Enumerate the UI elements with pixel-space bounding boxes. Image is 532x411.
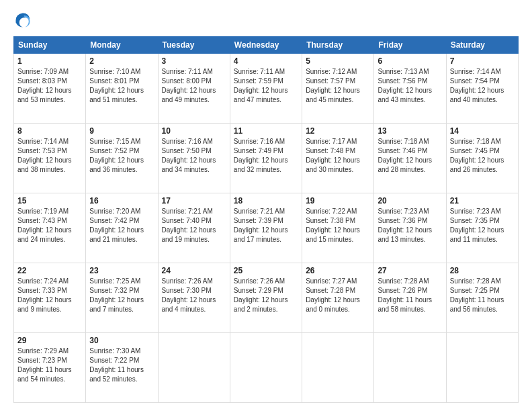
calendar-cell: 14 Sunrise: 7:18 AMSunset: 7:45 PMDaylig…: [446, 124, 518, 193]
calendar-cell: 18 Sunrise: 7:21 AMSunset: 7:39 PMDaylig…: [230, 193, 302, 263]
day-info: Sunrise: 7:22 AMSunset: 7:38 PMDaylight:…: [306, 208, 360, 243]
day-number: 15: [17, 196, 82, 205]
day-number: 26: [306, 266, 370, 275]
calendar-cell: 24 Sunrise: 7:26 AMSunset: 7:30 PMDaylig…: [158, 263, 230, 333]
calendar-cell: [230, 333, 302, 403]
day-info: Sunrise: 7:25 AMSunset: 7:32 PMDaylight:…: [89, 277, 144, 313]
day-info: Sunrise: 7:09 AMSunset: 8:03 PMDaylight:…: [17, 68, 72, 103]
calendar-cell: 21 Sunrise: 7:23 AMSunset: 7:35 PMDaylig…: [446, 193, 518, 263]
day-info: Sunrise: 7:16 AMSunset: 7:50 PMDaylight:…: [162, 138, 216, 173]
day-number: 11: [234, 126, 298, 136]
calendar-cell: 15 Sunrise: 7:19 AMSunset: 7:43 PMDaylig…: [14, 193, 86, 263]
calendar-cell: 22 Sunrise: 7:24 AMSunset: 7:33 PMDaylig…: [14, 263, 86, 333]
weekday-friday: Friday: [374, 37, 446, 54]
calendar-cell: 2 Sunrise: 7:10 AMSunset: 8:01 PMDayligh…: [86, 54, 158, 124]
calendar-table: SundayMondayTuesdayWednesdayThursdayFrid…: [13, 36, 519, 403]
calendar-cell: [302, 333, 374, 403]
calendar-cell: [158, 333, 230, 403]
day-number: 30: [89, 336, 154, 345]
day-info: Sunrise: 7:10 AMSunset: 8:01 PMDaylight:…: [89, 68, 144, 103]
weekday-thursday: Thursday: [302, 37, 374, 54]
day-number: 25: [234, 266, 298, 275]
day-info: Sunrise: 7:18 AMSunset: 7:46 PMDaylight:…: [378, 138, 432, 173]
day-info: Sunrise: 7:29 AMSunset: 7:23 PMDaylight:…: [17, 347, 72, 383]
calendar-cell: 30 Sunrise: 7:30 AMSunset: 7:22 PMDaylig…: [86, 333, 158, 403]
week-row-4: 22 Sunrise: 7:24 AMSunset: 7:33 PMDaylig…: [14, 263, 519, 333]
weekday-monday: Monday: [86, 37, 158, 54]
calendar-cell: 28 Sunrise: 7:28 AMSunset: 7:25 PMDaylig…: [446, 263, 518, 333]
calendar-cell: 17 Sunrise: 7:21 AMSunset: 7:40 PMDaylig…: [158, 193, 230, 263]
calendar-cell: [374, 333, 446, 403]
calendar-cell: 25 Sunrise: 7:26 AMSunset: 7:29 PMDaylig…: [230, 263, 302, 333]
day-number: 5: [306, 56, 370, 66]
calendar-cell: 8 Sunrise: 7:14 AMSunset: 7:53 PMDayligh…: [14, 124, 86, 193]
day-number: 10: [162, 126, 226, 136]
day-number: 28: [450, 266, 515, 275]
day-info: Sunrise: 7:12 AMSunset: 7:57 PMDaylight:…: [306, 68, 360, 103]
day-number: 1: [17, 56, 82, 66]
day-info: Sunrise: 7:23 AMSunset: 7:36 PMDaylight:…: [378, 208, 432, 243]
day-number: 8: [17, 126, 82, 136]
calendar-cell: 12 Sunrise: 7:17 AMSunset: 7:48 PMDaylig…: [302, 124, 374, 193]
calendar-cell: [446, 333, 518, 403]
day-number: 24: [162, 266, 226, 275]
logo-icon: [13, 11, 32, 30]
day-info: Sunrise: 7:11 AMSunset: 7:59 PMDaylight:…: [234, 68, 288, 103]
day-number: 14: [450, 126, 515, 136]
day-number: 23: [89, 266, 154, 275]
page: SundayMondayTuesdayWednesdayThursdayFrid…: [0, 0, 532, 411]
week-row-1: 1 Sunrise: 7:09 AMSunset: 8:03 PMDayligh…: [14, 54, 519, 124]
weekday-sunday: Sunday: [14, 37, 86, 54]
week-row-2: 8 Sunrise: 7:14 AMSunset: 7:53 PMDayligh…: [14, 124, 519, 193]
day-number: 3: [162, 56, 226, 66]
weekday-saturday: Saturday: [446, 37, 518, 54]
day-info: Sunrise: 7:23 AMSunset: 7:35 PMDaylight:…: [450, 208, 504, 243]
day-info: Sunrise: 7:15 AMSunset: 7:52 PMDaylight:…: [89, 138, 144, 173]
day-info: Sunrise: 7:27 AMSunset: 7:28 PMDaylight:…: [306, 277, 360, 313]
day-number: 16: [89, 196, 154, 205]
day-info: Sunrise: 7:30 AMSunset: 7:22 PMDaylight:…: [89, 347, 144, 383]
day-info: Sunrise: 7:26 AMSunset: 7:29 PMDaylight:…: [234, 277, 288, 313]
day-number: 6: [378, 56, 442, 66]
day-info: Sunrise: 7:18 AMSunset: 7:45 PMDaylight:…: [450, 138, 504, 173]
day-number: 17: [162, 196, 226, 205]
weekday-wednesday: Wednesday: [230, 37, 302, 54]
weekday-header-row: SundayMondayTuesdayWednesdayThursdayFrid…: [14, 37, 519, 54]
calendar-cell: 29 Sunrise: 7:29 AMSunset: 7:23 PMDaylig…: [14, 333, 86, 403]
day-info: Sunrise: 7:24 AMSunset: 7:33 PMDaylight:…: [17, 277, 72, 313]
day-info: Sunrise: 7:19 AMSunset: 7:43 PMDaylight:…: [17, 208, 72, 243]
day-number: 21: [450, 196, 515, 205]
calendar-cell: 9 Sunrise: 7:15 AMSunset: 7:52 PMDayligh…: [86, 124, 158, 193]
day-info: Sunrise: 7:14 AMSunset: 7:53 PMDaylight:…: [17, 138, 72, 173]
day-number: 12: [306, 126, 370, 136]
calendar-cell: 27 Sunrise: 7:28 AMSunset: 7:26 PMDaylig…: [374, 263, 446, 333]
day-info: Sunrise: 7:26 AMSunset: 7:30 PMDaylight:…: [162, 277, 216, 313]
calendar-cell: 23 Sunrise: 7:25 AMSunset: 7:32 PMDaylig…: [86, 263, 158, 333]
calendar-cell: 16 Sunrise: 7:20 AMSunset: 7:42 PMDaylig…: [86, 193, 158, 263]
calendar-body: 1 Sunrise: 7:09 AMSunset: 8:03 PMDayligh…: [14, 54, 519, 403]
day-number: 27: [378, 266, 442, 275]
day-info: Sunrise: 7:28 AMSunset: 7:26 PMDaylight:…: [378, 277, 432, 313]
day-number: 20: [378, 196, 442, 205]
day-info: Sunrise: 7:28 AMSunset: 7:25 PMDaylight:…: [450, 277, 504, 313]
day-number: 9: [89, 126, 154, 136]
calendar-cell: 5 Sunrise: 7:12 AMSunset: 7:57 PMDayligh…: [302, 54, 374, 124]
day-number: 2: [89, 56, 154, 66]
calendar-cell: 10 Sunrise: 7:16 AMSunset: 7:50 PMDaylig…: [158, 124, 230, 193]
calendar-cell: 19 Sunrise: 7:22 AMSunset: 7:38 PMDaylig…: [302, 193, 374, 263]
day-number: 22: [17, 266, 82, 275]
day-info: Sunrise: 7:21 AMSunset: 7:40 PMDaylight:…: [162, 208, 216, 243]
day-number: 19: [306, 196, 370, 205]
week-row-3: 15 Sunrise: 7:19 AMSunset: 7:43 PMDaylig…: [14, 193, 519, 263]
day-number: 7: [450, 56, 515, 66]
day-number: 4: [234, 56, 298, 66]
day-info: Sunrise: 7:17 AMSunset: 7:48 PMDaylight:…: [306, 138, 360, 173]
calendar-cell: 6 Sunrise: 7:13 AMSunset: 7:56 PMDayligh…: [374, 54, 446, 124]
day-info: Sunrise: 7:14 AMSunset: 7:54 PMDaylight:…: [450, 68, 504, 103]
calendar-cell: 3 Sunrise: 7:11 AMSunset: 8:00 PMDayligh…: [158, 54, 230, 124]
calendar-cell: 4 Sunrise: 7:11 AMSunset: 7:59 PMDayligh…: [230, 54, 302, 124]
day-info: Sunrise: 7:11 AMSunset: 8:00 PMDaylight:…: [162, 68, 216, 103]
day-number: 13: [378, 126, 442, 136]
weekday-tuesday: Tuesday: [158, 37, 230, 54]
day-number: 29: [17, 336, 82, 345]
